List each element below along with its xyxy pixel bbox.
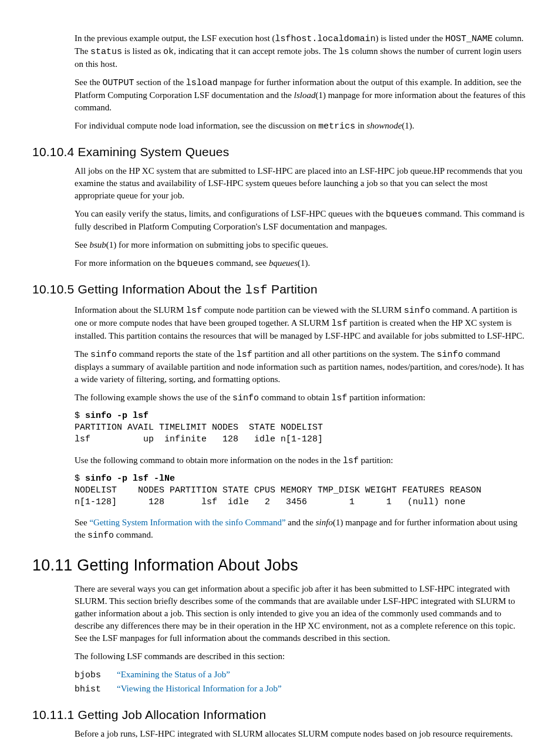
- cmd-bjobs: bjobs: [75, 669, 117, 681]
- cmd-bhist: bhist: [75, 683, 117, 696]
- section-heading-job-allocation: 10.11.1 Getting Job Allocation Informati…: [32, 706, 528, 723]
- section-heading-lsf-partition: 10.10.5 Getting Information About the ls…: [32, 281, 528, 299]
- paragraph: There are several ways you can get infor…: [75, 583, 528, 644]
- command-list: bjobs“Examining the Status of a Job” bhi…: [75, 669, 528, 696]
- section-heading-info-about-jobs: 10.11 Getting Information About Jobs: [32, 555, 528, 577]
- paragraph: For more information on the bqueues comm…: [75, 257, 528, 270]
- link-viewing-history[interactable]: “Viewing the Historical Information for …: [117, 684, 282, 693]
- link-examining-status[interactable]: “Examining the Status of a Job”: [117, 670, 230, 679]
- code-block-sinfo-detail: $ sinfo -p lsf -lNe NODELIST NODES PARTI…: [75, 473, 528, 509]
- code-block-sinfo-basic: $ sinfo -p lsf PARTITION AVAIL TIMELIMIT…: [75, 410, 528, 446]
- paragraph: The following example shows the use of t…: [75, 391, 528, 404]
- paragraph: Information about the SLURM lsf compute …: [75, 304, 528, 342]
- paragraph: You can easily verify the status, limits…: [75, 208, 528, 233]
- paragraph: The following LSF commands are described…: [75, 650, 528, 663]
- paragraph: For individual compute node load informa…: [75, 120, 528, 133]
- paragraph: See “Getting System Information with the…: [75, 517, 528, 542]
- paragraph: All jobs on the HP XC system that are su…: [75, 165, 528, 202]
- paragraph: See bsub(1) for more information on subm…: [75, 239, 528, 251]
- paragraph: Before a job runs, LSF-HPC integrated wi…: [75, 728, 528, 740]
- paragraph: The sinfo command reports the state of t…: [75, 348, 528, 386]
- link-sinfo-sysinfo[interactable]: “Getting System Information with the sin…: [89, 518, 285, 527]
- paragraph: In the previous example output, the LSF …: [75, 32, 528, 70]
- paragraph: Use the following command to obtain more…: [75, 454, 528, 467]
- paragraph: See the OUTPUT section of the lsload man…: [75, 76, 528, 114]
- section-heading-examining-queues: 10.10.4 Examining System Queues: [32, 143, 528, 160]
